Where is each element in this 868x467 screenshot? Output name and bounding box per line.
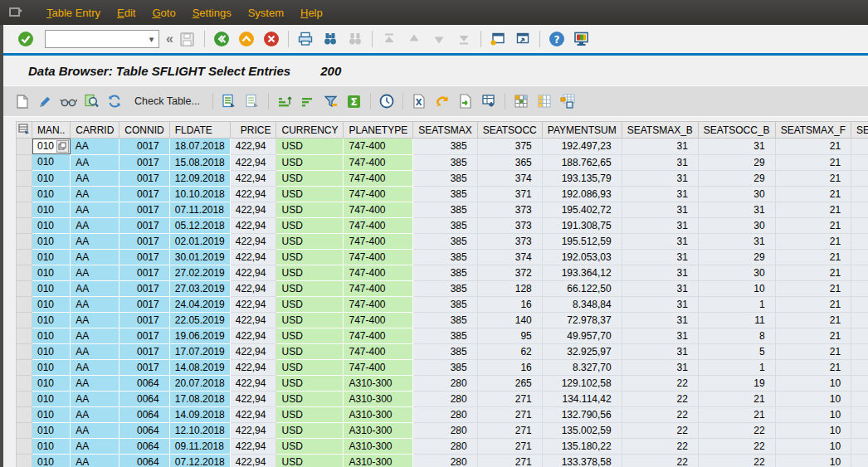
col-header-paymentsum[interactable]: PAYMENTSUM [542,122,622,139]
cell-connid[interactable]: 0064 [119,454,169,467]
first-page-icon[interactable] [379,29,399,49]
cell-seatsmax[interactable]: 385 [413,359,477,375]
cell-seatsocc_b[interactable]: 1 [698,296,775,312]
cell-carrid[interactable]: AA [71,249,119,265]
cell-carrid[interactable]: AA [71,170,119,186]
cell-mandt[interactable]: 010 [32,249,71,265]
table-view-icon[interactable] [219,91,239,111]
col-header-connid[interactable]: CONNID [119,122,169,139]
cell-planetype[interactable]: A310-300 [344,391,413,406]
cell-mandt[interactable]: 010 [32,359,71,375]
cell-seatsmax_b[interactable]: 31 [622,296,698,312]
cell-mandt[interactable]: 010 [32,233,71,249]
cell-seatsocc_f[interactable]: 9 [851,406,868,422]
menu-item-table-entry[interactable]: Table Entry [38,3,109,22]
cell-price[interactable]: 422,94 [230,202,276,217]
cell-seatsmax_b[interactable]: 31 [622,139,698,155]
cell-seatsmax_f[interactable]: 21 [775,154,851,170]
cell-seatsocc_b[interactable]: 29 [698,154,775,170]
row-selector[interactable] [17,202,32,217]
cell-connid[interactable]: 0017 [119,186,169,202]
cell-seatsocc_b[interactable]: 29 [698,170,775,186]
row-selector[interactable] [17,249,32,265]
cell-carrid[interactable]: AA [71,186,119,202]
possible-entries-icon[interactable] [56,140,69,153]
cell-connid[interactable]: 0017 [119,202,169,217]
cell-fldate[interactable]: 30.01.2019 [169,249,230,265]
row-selector[interactable] [17,406,32,422]
row-selector[interactable] [17,312,32,328]
cell-connid[interactable]: 0017 [119,249,169,265]
cell-seatsocc_f[interactable]: 20 [851,154,868,170]
row-selector[interactable] [17,375,32,391]
cell-seatsmax_b[interactable]: 31 [622,280,698,296]
row-selector[interactable] [17,170,32,186]
cell-price[interactable]: 422,94 [230,170,276,186]
cell-connid[interactable]: 0017 [119,265,169,280]
cell-seatsmax[interactable]: 280 [413,375,477,391]
row-selector[interactable] [17,422,32,438]
cell-mandt[interactable]: 010 [32,422,71,438]
cell-seatsocc[interactable]: 365 [477,154,542,170]
cell-carrid[interactable]: AA [71,359,119,375]
cell-seatsocc_f[interactable]: 7 [851,280,868,296]
cell-seatsmax[interactable]: 385 [413,312,477,328]
col-header-seatsocc_b[interactable]: SEATSOCC_B [698,122,775,139]
active-cell-mandt[interactable]: 010 [32,139,71,154]
cell-seatsmax_f[interactable]: 21 [775,233,851,249]
cell-currency[interactable]: USD [276,328,344,343]
cell-carrid[interactable]: AA [71,202,119,217]
cell-seatsmax_f[interactable]: 10 [775,438,851,454]
cell-seatsocc_b[interactable]: 29 [698,249,775,265]
cell-currency[interactable]: USD [276,391,344,406]
row-selector[interactable] [17,280,32,296]
cell-seatsmax[interactable]: 385 [413,170,477,186]
cell-seatsmax_f[interactable]: 21 [775,139,851,155]
detail-icon[interactable] [81,91,101,111]
cell-seatsocc_f[interactable]: 10 [851,391,868,406]
cell-paymentsum[interactable]: 133.378,58 [542,454,622,467]
command-field-dropdown-icon[interactable]: ▾ [144,31,158,47]
cell-planetype[interactable]: 747-400 [344,170,413,186]
cell-currency[interactable]: USD [276,217,344,233]
cell-seatsmax[interactable]: 280 [413,391,477,406]
cell-carrid[interactable]: AA [71,154,119,170]
cell-planetype[interactable]: 747-400 [344,265,413,280]
menu-item-edit[interactable]: Edit [109,3,144,22]
cell-carrid[interactable]: AA [71,312,119,328]
cell-connid[interactable]: 0017 [119,296,169,312]
cell-seatsocc[interactable]: 271 [477,454,542,467]
create-shortcut-icon[interactable] [513,29,533,49]
cell-connid[interactable]: 0017 [119,217,169,233]
cell-paymentsum[interactable]: 195.512,59 [542,233,622,249]
cell-carrid[interactable]: AA [71,438,119,454]
col-header-fldate[interactable]: FLDATE [169,122,230,139]
cell-seatsmax_b[interactable]: 31 [622,202,698,217]
page-up-icon[interactable] [404,29,424,49]
cell-connid[interactable]: 0064 [119,391,169,406]
cell-seatsocc_f[interactable]: 5 [851,328,868,343]
cell-seatsmax_b[interactable]: 31 [622,359,698,375]
cell-paymentsum[interactable]: 191.308,75 [542,217,622,233]
cell-seatsocc[interactable]: 16 [477,296,542,312]
cell-fldate[interactable]: 02.01.2019 [169,233,230,249]
cell-seatsocc_b[interactable]: 22 [698,454,775,467]
cell-mandt[interactable]: 010 [32,186,71,202]
cell-carrid[interactable]: AA [71,406,119,422]
cell-paymentsum[interactable]: 193.364,12 [542,265,622,280]
cell-seatsocc_f[interactable]: 20 [851,233,868,249]
cell-price[interactable]: 422,94 [230,217,276,233]
cell-seatsocc_f[interactable]: 20 [851,249,868,265]
row-selector[interactable] [17,217,32,233]
cell-price[interactable]: 422,94 [230,233,276,249]
cell-planetype[interactable]: 747-400 [344,296,413,312]
menu-item-settings[interactable]: Settings [184,3,240,22]
cell-seatsocc[interactable]: 271 [477,438,542,454]
cell-seatsocc[interactable]: 373 [477,202,542,217]
cell-carrid[interactable]: AA [71,280,119,296]
cell-price[interactable]: 422,94 [230,391,276,406]
cell-seatsmax_f[interactable]: 10 [775,454,851,467]
cell-seatsmax_f[interactable]: 21 [775,217,851,233]
menu-item-help[interactable]: Help [292,3,331,22]
cell-seatsocc_f[interactable]: 4 [851,343,868,359]
